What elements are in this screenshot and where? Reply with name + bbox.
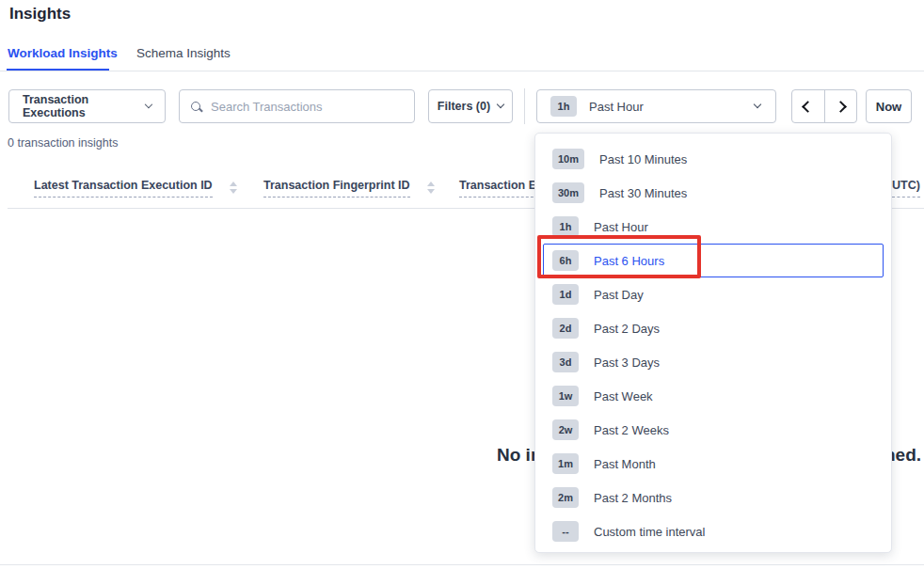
time-interval-label: Past Hour: [589, 100, 644, 114]
time-option-1w[interactable]: 1wPast Week: [543, 379, 884, 413]
time-option-badge: 1d: [552, 284, 579, 305]
chevron-left-icon: [803, 101, 815, 113]
time-option-label: Custom time interval: [594, 525, 705, 539]
table-bottom-border: [0, 564, 924, 565]
time-option---[interactable]: --Custom time interval: [543, 514, 884, 548]
time-option-badge: --: [552, 521, 579, 542]
column-header-2: Transaction Ex: [459, 179, 543, 198]
time-option-label: Past 10 Minutes: [599, 152, 687, 166]
column-label: Transaction Ex: [459, 179, 543, 198]
prev-interval-button[interactable]: [792, 90, 824, 122]
time-option-label: Past Month: [594, 457, 656, 471]
filters-button-label: Filters (0): [438, 100, 490, 113]
column-header-1[interactable]: Transaction Fingerprint ID: [263, 179, 435, 198]
time-option-label: Past 30 Minutes: [599, 186, 687, 200]
time-option-badge: 3d: [552, 352, 579, 372]
time-interval-dropdown: 10mPast 10 Minutes30mPast 30 Minutes1hPa…: [534, 133, 892, 553]
tab-schema-insights[interactable]: Schema Insights: [136, 46, 231, 60]
time-option-label: Past Week: [594, 389, 653, 403]
time-option-badge: 2m: [552, 487, 579, 508]
time-option-badge: 1h: [552, 216, 579, 237]
column-header-0[interactable]: Latest Transaction Execution ID: [34, 179, 237, 198]
time-interval-badge: 1h: [550, 96, 577, 117]
chevron-down-icon: [754, 101, 761, 108]
column-label: Latest Transaction Execution ID: [34, 179, 213, 198]
sort-icon[interactable]: [427, 179, 435, 194]
time-option-30m[interactable]: 30mPast 30 Minutes: [543, 176, 884, 210]
next-interval-button[interactable]: [824, 90, 856, 122]
now-button[interactable]: Now: [866, 89, 912, 123]
time-option-1h[interactable]: 1hPast Hour: [543, 210, 884, 244]
chevron-down-icon: [497, 101, 504, 108]
time-option-label: Past 2 Weeks: [594, 423, 669, 437]
time-option-2w[interactable]: 2wPast 2 Weeks: [543, 413, 884, 447]
column-label: UTC): [892, 179, 920, 198]
time-option-3d[interactable]: 3dPast 3 Days: [543, 345, 884, 379]
sort-icon[interactable]: [230, 179, 237, 194]
insights-page: Insights Workload Insights Schema Insigh…: [0, 0, 924, 569]
results-count: 0 transaction insights: [8, 136, 118, 150]
time-pager: [791, 89, 857, 123]
time-option-1m[interactable]: 1mPast Month: [543, 447, 884, 481]
tabs-divider: [0, 71, 924, 71]
now-button-label: Now: [876, 100, 901, 114]
time-option-badge: 2d: [552, 318, 579, 339]
time-option-badge: 30m: [552, 182, 584, 203]
time-option-label: Past 6 Hours: [594, 254, 664, 268]
search-box[interactable]: [179, 89, 415, 123]
insight-type-select-label: Transaction Executions: [23, 93, 146, 119]
time-option-1d[interactable]: 1dPast Day: [543, 277, 884, 311]
time-option-10m[interactable]: 10mPast 10 Minutes: [543, 142, 884, 176]
time-option-label: Past 3 Days: [594, 356, 660, 370]
time-option-badge: 10m: [552, 149, 584, 169]
chevron-right-icon: [835, 101, 847, 113]
insight-type-select[interactable]: Transaction Executions: [8, 89, 166, 123]
toolbar-divider: [524, 88, 525, 124]
time-option-badge: 1w: [552, 386, 579, 406]
time-option-badge: 2w: [552, 419, 579, 440]
column-label: Transaction Fingerprint ID: [263, 179, 410, 198]
column-header-3: UTC): [892, 179, 920, 198]
tab-workload-insights[interactable]: Workload Insights: [8, 46, 118, 60]
time-option-2m[interactable]: 2mPast 2 Months: [543, 481, 884, 514]
time-option-2d[interactable]: 2dPast 2 Days: [543, 311, 884, 345]
time-option-badge: 1m: [552, 453, 579, 474]
filters-button[interactable]: Filters (0): [428, 89, 513, 123]
search-icon: [191, 102, 200, 111]
time-option-label: Past 2 Months: [594, 491, 672, 505]
search-input[interactable]: [209, 99, 403, 115]
time-option-label: Past Day: [594, 288, 644, 302]
time-option-6h[interactable]: 6hPast 6 Hours: [543, 244, 884, 277]
time-option-label: Past Hour: [594, 220, 648, 234]
page-title: Insights: [9, 5, 71, 24]
time-interval-select[interactable]: 1h Past Hour: [536, 89, 776, 123]
time-option-label: Past 2 Days: [594, 322, 660, 336]
time-option-badge: 6h: [552, 250, 579, 271]
